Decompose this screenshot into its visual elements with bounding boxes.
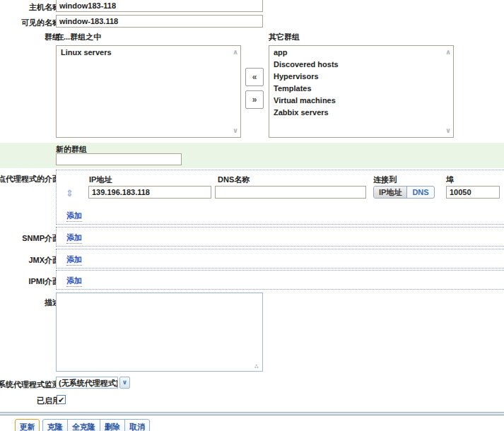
update-button[interactable]: 更新 xyxy=(15,419,40,431)
connect-header: 连接到 xyxy=(373,175,397,185)
dropdown-arrow-icon[interactable]: ∨ xyxy=(119,377,130,389)
agent-interfaces-label: 点代理程式的介面 xyxy=(0,174,60,184)
list-item[interactable]: Hypervisors xyxy=(269,70,453,82)
proxy-selected-value: (无系统代理程式) xyxy=(56,377,118,389)
scroll-down-icon[interactable]: ∨ xyxy=(445,127,451,134)
proxy-select[interactable]: (无系统代理程式) ∨ xyxy=(56,377,130,389)
list-item[interactable]: Templates xyxy=(269,82,453,94)
jmx-box: 添加 xyxy=(56,249,504,268)
other-groups-listbox[interactable]: app Discovered hosts Hypervisors Templat… xyxy=(269,45,454,138)
cancel-button[interactable]: 取消 xyxy=(124,420,149,431)
ipmi-box: 添加 xyxy=(56,270,504,290)
scroll-up-icon[interactable]: ∧ xyxy=(233,49,238,56)
in-groups-listbox[interactable]: Linux servers ∧ ∨ xyxy=(56,45,241,138)
description-textarea[interactable] xyxy=(56,293,263,372)
connect-ip-option[interactable]: IP地址 xyxy=(374,187,407,198)
proxy-label: 系统代理程式监测 xyxy=(0,379,60,390)
connect-to-toggle: IP地址 DNS xyxy=(373,186,435,199)
move-left-button[interactable]: « xyxy=(245,68,264,86)
move-right-button[interactable]: » xyxy=(245,90,264,109)
scroll-up-icon[interactable]: ∧ xyxy=(445,49,451,56)
new-group-input[interactable] xyxy=(56,153,182,165)
enabled-checkbox[interactable]: ✔ xyxy=(57,395,66,404)
scroll-down-icon[interactable]: ∨ xyxy=(233,127,238,134)
add-agent-interface-link[interactable]: 添加 xyxy=(66,211,82,222)
footer-divider xyxy=(0,412,504,415)
list-item[interactable]: Zabbix servers xyxy=(269,106,453,118)
add-snmp-interface-link[interactable]: 添加 xyxy=(66,232,82,244)
visible-name-label: 可见的名称 xyxy=(21,18,60,28)
agent-interfaces-box: IP地址 DNS名称 连接到 埠 ⇕ IP地址 DNS 添加 xyxy=(56,170,504,225)
clone-button[interactable]: 克隆 xyxy=(43,420,67,431)
other-groups-label: 其它群组 xyxy=(269,32,300,42)
resize-grip-icon[interactable]: ∴ xyxy=(254,363,261,370)
port-header: 埠 xyxy=(446,175,454,185)
drag-handle-icon[interactable]: ⇕ xyxy=(66,189,74,198)
ip-header: IP地址 xyxy=(89,175,112,185)
interface-ip-input[interactable] xyxy=(88,186,211,199)
full-clone-button[interactable]: 全克隆 xyxy=(67,420,100,431)
footer-button-group: 克隆 全克隆 删除 取消 xyxy=(42,419,150,431)
add-jmx-interface-link[interactable]: 添加 xyxy=(66,254,82,266)
host-config-form: 主机名称 可见的名称 群组 在...群组之中 其它群组 Linux server… xyxy=(0,0,504,431)
list-item[interactable]: Virtual machines xyxy=(269,94,453,106)
add-ipmi-interface-link[interactable]: 添加 xyxy=(66,276,82,287)
interface-port-input[interactable] xyxy=(446,186,500,199)
snmp-box: 添加 xyxy=(56,227,504,247)
list-item[interactable]: Linux servers xyxy=(57,46,240,58)
host-name-input[interactable] xyxy=(56,0,263,12)
snmp-label: SNMP介面 xyxy=(22,233,60,244)
list-item[interactable]: Discovered hosts xyxy=(269,58,453,70)
interface-dns-input[interactable] xyxy=(215,186,366,199)
connect-dns-option[interactable]: DNS xyxy=(407,187,433,198)
visible-name-input[interactable] xyxy=(56,15,263,28)
list-item[interactable]: app xyxy=(269,46,453,58)
dns-header: DNS名称 xyxy=(218,175,250,185)
in-groups-label: 在...群组之中 xyxy=(56,32,101,42)
delete-button[interactable]: 删除 xyxy=(100,420,124,431)
